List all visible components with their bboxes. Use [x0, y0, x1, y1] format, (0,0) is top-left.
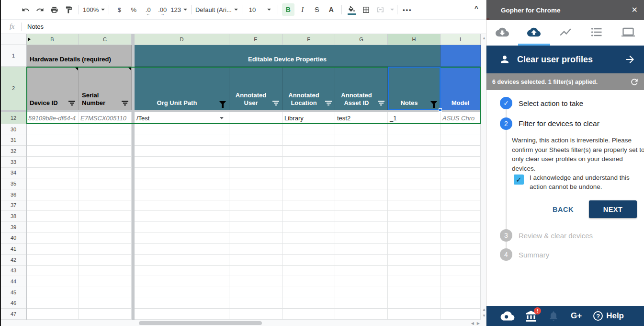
- cell-C12[interactable]: E7MSCX005110: [79, 112, 132, 124]
- row-31[interactable]: [26, 135, 481, 146]
- paint-format-button[interactable]: [62, 3, 75, 16]
- undo-button[interactable]: [19, 3, 32, 16]
- bold-button[interactable]: B: [282, 3, 294, 16]
- back-button[interactable]: BACK: [553, 206, 574, 213]
- column-header-E[interactable]: E: [229, 34, 282, 45]
- row-header-33[interactable]: 33: [1, 157, 26, 168]
- merge-cells-button[interactable]: [374, 3, 387, 16]
- row-30[interactable]: [26, 124, 481, 135]
- row-header-30[interactable]: 30: [1, 124, 26, 135]
- font-size-select[interactable]: 10: [246, 3, 274, 16]
- row-34[interactable]: [26, 168, 481, 179]
- frozen-rows-divider[interactable]: [1, 110, 481, 112]
- row-header-41[interactable]: 41: [1, 244, 26, 255]
- row-header-37[interactable]: 37: [1, 200, 26, 211]
- help-link[interactable]: ? Help: [593, 311, 624, 321]
- cell-D12[interactable]: /Test: [135, 112, 229, 124]
- field-header-model[interactable]: Model: [441, 67, 481, 110]
- column-header-B[interactable]: B: [26, 34, 79, 45]
- font-select[interactable]: Default (Ari...: [195, 3, 238, 16]
- row-36[interactable]: [26, 189, 481, 200]
- column-header-I[interactable]: I: [441, 34, 481, 45]
- group-header-managed[interactable]: [441, 45, 481, 67]
- scroll-up-icon[interactable]: ▲: [481, 36, 486, 41]
- tab-reports-trending-icon[interactable]: [559, 25, 572, 41]
- cell-H12[interactable]: _1: [388, 112, 441, 124]
- row-header-44[interactable]: 44: [1, 276, 26, 287]
- row-43[interactable]: [26, 266, 481, 277]
- filter-applied-icon[interactable]: [430, 101, 437, 105]
- format-percent-button[interactable]: %: [127, 3, 140, 16]
- row-40[interactable]: [26, 233, 481, 244]
- row-header-12[interactable]: 12: [1, 112, 26, 124]
- cell-F12[interactable]: Library: [282, 112, 335, 124]
- scroll-down-icon[interactable]: ▼: [481, 314, 486, 318]
- field-header-notes[interactable]: Notes: [388, 67, 441, 110]
- row-42[interactable]: [26, 255, 481, 266]
- fill-color-button[interactable]: [346, 3, 358, 16]
- tab-devices-laptop-icon[interactable]: [621, 25, 635, 41]
- row-header-36[interactable]: 36: [1, 189, 26, 200]
- row-header-39[interactable]: 39: [1, 222, 26, 233]
- cell-I12[interactable]: ASUS Chro: [441, 112, 481, 124]
- column-header-D[interactable]: D: [135, 34, 229, 45]
- group-header-editable[interactable]: Editable Device Properties: [135, 45, 441, 67]
- filter-icon[interactable]: [272, 100, 279, 105]
- row-header-38[interactable]: 38: [1, 211, 26, 222]
- filter-icon[interactable]: [68, 100, 75, 105]
- fill-handle[interactable]: [439, 108, 442, 112]
- decrease-decimal-button[interactable]: .0←: [142, 3, 154, 16]
- filter-icon[interactable]: [122, 100, 128, 105]
- field-header-annotated-location[interactable]: Annotated Location: [282, 67, 335, 110]
- row-37[interactable]: [26, 200, 481, 211]
- close-icon[interactable]: ✕: [632, 5, 638, 14]
- horizontal-scroll-thumb[interactable]: [139, 321, 262, 325]
- scroll-right-icon[interactable]: ▶: [477, 321, 480, 326]
- vertical-scrollbar[interactable]: ▲▲▼: [481, 34, 486, 326]
- field-header-device-id[interactable]: Device ID: [26, 67, 79, 110]
- borders-button[interactable]: [360, 3, 373, 16]
- admin-console-bank-icon[interactable]: !: [525, 310, 537, 322]
- cell-E12[interactable]: [229, 112, 282, 124]
- notifications-bell-icon[interactable]: [548, 310, 559, 322]
- more-toolbar-button[interactable]: •••: [401, 3, 414, 16]
- hide-menus-button[interactable]: ^: [475, 5, 478, 12]
- horizontal-scrollbar[interactable]: ◀▶: [1, 320, 481, 326]
- dropdown-arrow-icon[interactable]: [220, 117, 224, 119]
- row-header-43[interactable]: 43: [1, 266, 26, 277]
- row-46[interactable]: [26, 298, 481, 309]
- tab-logs-list-icon[interactable]: [590, 25, 603, 41]
- acknowledge-checkbox[interactable]: ✓: [514, 175, 524, 185]
- row-38[interactable]: [26, 211, 481, 222]
- row-39[interactable]: [26, 222, 481, 233]
- grid-corner-cell[interactable]: [1, 34, 26, 45]
- more-formats-button[interactable]: 123: [170, 3, 187, 16]
- filter-icon[interactable]: [378, 100, 384, 105]
- filter-applied-icon[interactable]: [219, 101, 226, 105]
- row-header-34[interactable]: 34: [1, 168, 26, 179]
- row-header-1[interactable]: 1: [1, 45, 26, 67]
- frozen-columns-divider[interactable]: [132, 34, 135, 320]
- redo-button[interactable]: [34, 3, 46, 16]
- formula-input[interactable]: Notes: [27, 23, 44, 30]
- italic-button[interactable]: I: [296, 3, 309, 16]
- format-currency-button[interactable]: $: [113, 3, 125, 16]
- row-header-31[interactable]: 31: [1, 135, 26, 146]
- gopher-cloud-logo-icon[interactable]: [500, 310, 515, 322]
- row-header-45[interactable]: 45: [1, 287, 26, 298]
- row-header-2[interactable]: 2: [1, 67, 26, 110]
- group-header-hardware[interactable]: Hardware Details (required): [26, 45, 132, 67]
- scroll-up-icon[interactable]: ▲: [481, 307, 486, 312]
- column-header-C[interactable]: C: [79, 34, 132, 45]
- row-47[interactable]: [26, 309, 481, 320]
- tab-export-cloud-download-icon[interactable]: [496, 25, 509, 41]
- row-33[interactable]: [26, 157, 481, 168]
- row-header-35[interactable]: 35: [1, 178, 26, 189]
- print-button[interactable]: [48, 3, 60, 16]
- filter-icon[interactable]: [325, 100, 332, 105]
- refresh-icon[interactable]: [630, 77, 639, 87]
- row-header-32[interactable]: 32: [1, 146, 26, 157]
- row-41[interactable]: [26, 244, 481, 255]
- row-header-40[interactable]: 40: [1, 233, 26, 244]
- row-header-47[interactable]: 47: [1, 309, 26, 320]
